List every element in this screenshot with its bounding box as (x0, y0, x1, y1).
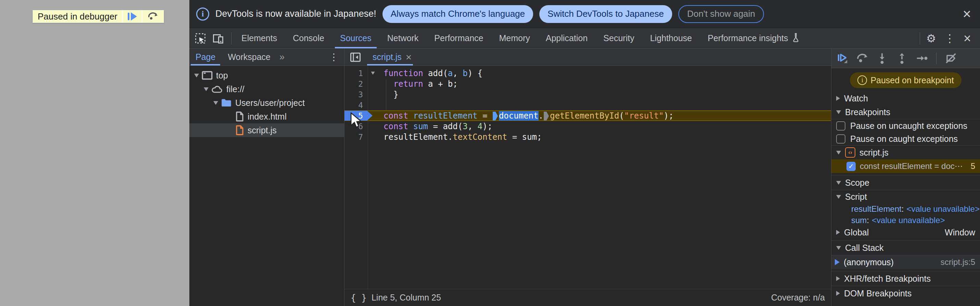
switch-to-japanese-button[interactable]: Switch DevTools to Japanese (539, 5, 672, 23)
scope-global-group[interactable]: Global Window (831, 226, 980, 239)
settings-gear-icon[interactable]: ⚙ (922, 33, 940, 44)
scope-section-header[interactable]: Scope (831, 175, 980, 190)
continue-to-here-marker-icon[interactable] (544, 112, 549, 121)
resume-script-icon[interactable] (835, 51, 850, 66)
watch-section-header[interactable]: Watch (831, 91, 980, 105)
line-number-gutter[interactable]: 2 (344, 80, 367, 88)
code-fold-caret-icon[interactable] (367, 71, 381, 75)
expand-caret-icon[interactable] (194, 74, 199, 77)
navigator-tab-page[interactable]: Page (189, 49, 221, 65)
line-number-gutter[interactable]: 3 (344, 90, 367, 99)
scope-variable-row[interactable]: resultElement : <value unavailable> (831, 203, 980, 215)
tab-memory[interactable]: Memory (491, 28, 538, 48)
deactivate-breakpoints-icon[interactable] (943, 51, 958, 66)
tab-security[interactable]: Security (595, 28, 642, 48)
tab-sources[interactable]: Sources (332, 28, 379, 48)
code-line-1[interactable]: 1function add(a, b) { (344, 68, 831, 78)
paused-banner-label-wrap: Paused in debugger (33, 10, 122, 22)
resume-script-button[interactable] (122, 10, 142, 22)
more-options-kebab-icon[interactable]: ⋮ (940, 33, 959, 44)
code-line-3[interactable]: 3 } (344, 89, 831, 100)
tab-application[interactable]: Application (538, 28, 595, 48)
pretty-print-icon[interactable]: { } (351, 293, 367, 303)
code-text: } (381, 90, 398, 99)
code-line-2[interactable]: 2 return a + b; (344, 78, 831, 89)
cursor-position-text: Line 5, Column 25 (372, 293, 441, 303)
step-icon[interactable] (914, 51, 929, 66)
code-area[interactable]: 1function add(a, b) {2 return a + b;3 }4… (344, 66, 831, 289)
device-toolbar-icon[interactable] (211, 31, 226, 46)
scope-variable-row[interactable]: sum : <value unavailable> (831, 215, 980, 226)
navigator-kebab-icon[interactable]: ⋮ (324, 49, 344, 65)
tree-item-index-html[interactable]: index.html (189, 110, 344, 123)
expand-caret-icon[interactable] (213, 101, 218, 105)
line-number-gutter[interactable]: 7 (344, 132, 367, 142)
breakpoint-entry-row[interactable]: ✓ const resultElement = doc⋯ 5 (831, 159, 980, 173)
variable-value: <value unavailable> (872, 215, 945, 225)
tree-item-file-scheme[interactable]: file:// (189, 82, 344, 96)
step-over-icon (147, 11, 159, 22)
step-out-icon[interactable] (894, 51, 910, 66)
continue-to-here-marker-icon[interactable] (493, 112, 498, 121)
step-over-banner-button[interactable] (142, 10, 164, 22)
line-number-gutter[interactable]: 1 (344, 69, 367, 78)
code-token: const (383, 122, 408, 131)
code-token: a + b; (423, 79, 458, 89)
code-token: getElementById (550, 111, 619, 121)
variable-name: sum (851, 215, 867, 225)
line-number-gutter[interactable]: 4 (344, 101, 367, 110)
paused-in-debugger-banner: Paused in debugger (33, 10, 164, 23)
breakpoint-enabled-checkbox[interactable]: ✓ (846, 162, 856, 171)
tree-item-script-js[interactable]: script.js (189, 123, 344, 137)
code-line-4[interactable]: 4 (344, 100, 831, 110)
scope-script-group[interactable]: Script (831, 190, 980, 203)
pause-caught-label: Pause on caught exceptions (850, 134, 958, 144)
frame-location: script.js:5 (940, 257, 975, 267)
tab-elements[interactable]: Elements (234, 28, 285, 48)
step-into-icon[interactable] (875, 51, 889, 66)
call-stack-frame-row[interactable]: (anonymous) script.js:5 (831, 255, 980, 269)
code-token: , (453, 69, 463, 78)
info-icon: i (858, 75, 867, 85)
dont-show-again-button[interactable]: Don't show again (678, 5, 764, 23)
variable-value: <value unavailable> (906, 204, 980, 214)
more-navigator-tabs-icon[interactable]: » (277, 49, 287, 65)
breakpoints-section-header[interactable]: Breakpoints (831, 105, 980, 119)
code-token (383, 79, 393, 89)
code-line-7[interactable]: 7resultElement.textContent = sum; (344, 132, 831, 142)
tab-lighthouse[interactable]: Lighthouse (642, 28, 700, 48)
tree-item-project-folder[interactable]: Users/user/project (189, 96, 344, 110)
code-token: 3 (463, 122, 468, 131)
navigator-tab-workspace[interactable]: Workspace (221, 49, 277, 65)
code-token: ) { (468, 69, 482, 78)
pause-caught-exceptions-row[interactable]: Pause on caught exceptions (831, 132, 980, 145)
editor-tab-close-icon[interactable]: × (406, 52, 412, 62)
dom-breakpoints-section-header[interactable]: DOM Breakpoints (831, 286, 980, 301)
tree-item-top[interactable]: top (189, 69, 344, 82)
tab-performance-insights[interactable]: Performance insights (700, 28, 808, 48)
breakpoint-file-group[interactable]: ‹› script.js (831, 146, 980, 159)
devtools-close-icon[interactable]: × (959, 32, 975, 45)
pause-uncaught-exceptions-row[interactable]: Pause on uncaught exceptions (831, 119, 980, 132)
code-line-6[interactable]: 6const sum = add(3, 4); (344, 121, 831, 132)
panel-tabs: Elements Console Sources Network Perform… (234, 28, 808, 48)
notification-close-icon[interactable]: × (961, 7, 973, 21)
tab-network[interactable]: Network (379, 28, 426, 48)
pause-uncaught-label: Pause on uncaught exceptions (850, 121, 967, 131)
editor-tab-script-js[interactable]: script.js × (366, 49, 418, 65)
step-over-icon[interactable] (855, 51, 870, 66)
pause-caught-checkbox[interactable] (836, 134, 845, 143)
tab-console[interactable]: Console (285, 28, 332, 48)
toggle-navigator-panel-icon[interactable] (344, 49, 366, 65)
always-match-language-button[interactable]: Always match Chrome's language (382, 5, 533, 23)
code-line-5[interactable]: 5const resultElement = document.getEleme… (344, 110, 831, 121)
call-stack-section-header[interactable]: Call Stack (831, 241, 980, 255)
code-token: , (468, 122, 478, 131)
code-text: resultElement.textContent = sum; (381, 132, 542, 142)
pause-uncaught-checkbox[interactable] (836, 121, 845, 131)
xhr-breakpoints-section-header[interactable]: XHR/fetch Breakpoints (831, 271, 980, 286)
tab-performance[interactable]: Performance (426, 28, 491, 48)
expand-caret-icon[interactable] (204, 88, 208, 91)
inspect-element-icon[interactable] (193, 31, 208, 46)
expanded-caret-icon (836, 151, 841, 155)
